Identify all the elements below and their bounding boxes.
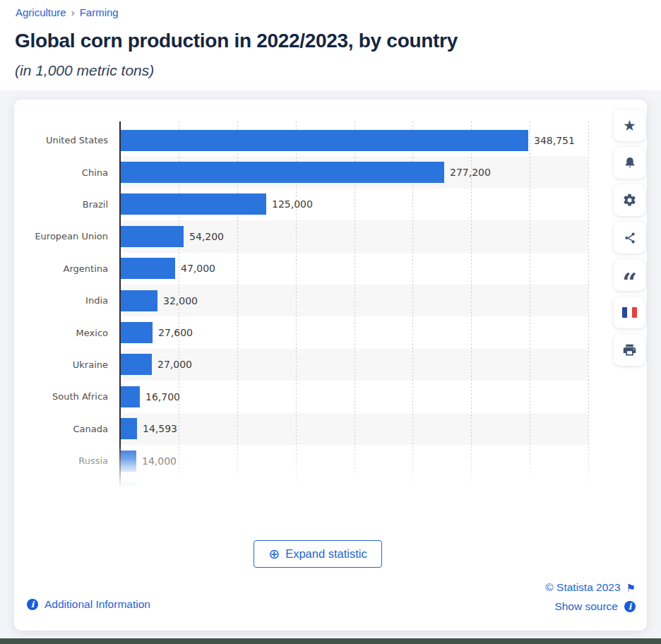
bar[interactable] — [120, 226, 184, 247]
category-label: European Union — [14, 220, 108, 252]
value-label: 27,000 — [157, 349, 192, 381]
copyright-label: © Statista 2023 — [545, 581, 620, 594]
category-label: China — [14, 156, 108, 188]
share-icon — [623, 231, 637, 245]
alert-button[interactable] — [614, 147, 645, 179]
next-section-strip — [0, 638, 661, 644]
share-button[interactable] — [614, 222, 645, 254]
value-label: 47,000 — [181, 253, 215, 285]
additional-information-label: Additional Information — [44, 598, 150, 611]
copyright-link[interactable]: © Statista 2023 ⚑ — [545, 581, 636, 594]
quote-icon: “ — [622, 268, 637, 283]
statista-statistic-page: Agriculture›Farming Global corn producti… — [0, 0, 661, 644]
favorite-button[interactable]: ★ — [614, 109, 645, 141]
category-label: Brazil — [14, 189, 108, 220]
bar[interactable] — [120, 354, 152, 375]
bar[interactable] — [120, 130, 528, 151]
bar[interactable] — [120, 418, 137, 439]
show-source-link[interactable]: Show source i — [554, 600, 636, 613]
gridline — [530, 121, 530, 489]
breadcrumb-separator: › — [71, 6, 75, 18]
expand-statistic-button[interactable]: ⊕ Expand statistic — [254, 540, 382, 568]
chart-truncation-fade — [14, 444, 604, 494]
bar[interactable] — [120, 322, 153, 343]
chart-toolbar: ★“ — [614, 109, 645, 366]
language-button[interactable] — [614, 297, 645, 328]
statistic-card: United States348,751China277,200Brazil12… — [14, 100, 647, 631]
bar[interactable] — [120, 258, 175, 279]
bar[interactable] — [120, 386, 140, 407]
breadcrumb: Agriculture›Farming — [16, 6, 119, 18]
category-label: India — [14, 285, 108, 316]
bar[interactable] — [120, 290, 157, 311]
report-flag-icon: ⚑ — [626, 583, 636, 593]
french-flag-icon — [622, 307, 637, 318]
page-header: Agriculture›Farming Global corn producti… — [0, 0, 661, 90]
star-icon: ★ — [623, 118, 636, 133]
category-label: Canada — [14, 413, 108, 445]
value-label: 14,593 — [143, 413, 177, 445]
category-label: United States — [14, 124, 108, 156]
value-label: 125,000 — [272, 189, 313, 220]
category-label: Ukraine — [14, 349, 108, 381]
cite-button[interactable]: “ — [614, 259, 645, 291]
breadcrumb-link-farming[interactable]: Farming — [80, 6, 119, 18]
bar[interactable] — [120, 162, 444, 183]
category-label: South Africa — [14, 381, 108, 412]
value-label: 277,200 — [450, 156, 491, 188]
settings-button[interactable] — [614, 184, 645, 216]
gear-icon — [622, 193, 637, 208]
info-icon: i — [624, 601, 636, 612]
print-button[interactable] — [614, 334, 645, 366]
page-subtitle: (in 1,000 metric tons) — [15, 62, 154, 79]
info-icon: i — [27, 599, 38, 610]
value-label: 54,200 — [189, 220, 224, 252]
value-label: 32,000 — [163, 285, 198, 316]
bell-icon — [622, 155, 638, 171]
chart-y-axis — [119, 121, 121, 489]
circle-plus-icon: ⊕ — [268, 547, 280, 561]
show-source-label: Show source — [554, 600, 618, 613]
bar[interactable] — [120, 193, 266, 215]
breadcrumb-link-agriculture[interactable]: Agriculture — [16, 6, 66, 18]
value-label: 348,751 — [534, 124, 575, 156]
gridline — [588, 121, 589, 489]
expand-statistic-label: Expand statistic — [285, 547, 367, 561]
printer-icon — [622, 342, 637, 357]
category-label: Mexico — [14, 316, 108, 348]
category-label: Argentina — [14, 253, 108, 285]
page-title: Global corn production in 2022/2023, by … — [15, 30, 458, 52]
value-label: 16,700 — [145, 381, 180, 412]
value-label: 27,600 — [158, 316, 193, 348]
additional-information-link[interactable]: i Additional Information — [27, 598, 150, 611]
